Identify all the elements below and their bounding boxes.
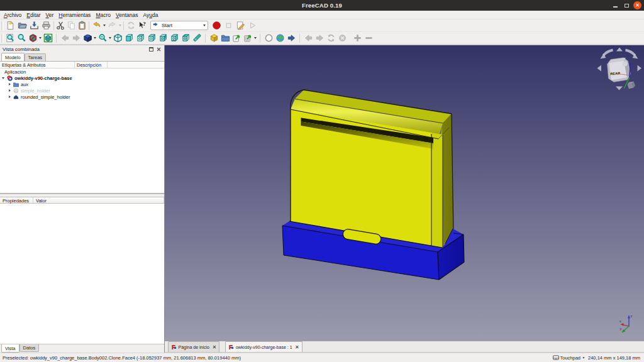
restore-button[interactable] [622,1,631,10]
cut-button[interactable] [55,20,66,31]
front-view-button[interactable] [123,33,135,44]
measure-button[interactable] [191,33,203,44]
property-header-value[interactable]: Valor [33,197,164,203]
panel-tab-modelo[interactable]: Modelo [1,53,25,61]
zoom-teal-icon [98,33,108,43]
paste-button[interactable] [77,20,87,31]
workbench-selector[interactable]: Start [150,21,208,30]
rear-view-button[interactable] [157,33,169,44]
home-view-button[interactable] [112,33,123,44]
document-tab-owkiddy-v90-charge-base-1[interactable]: owkiddy-v90-charge-base : 1✕ [225,341,303,352]
property-tab-vista[interactable]: Vista [1,344,19,353]
navcube-face-label[interactable]: REAR [610,71,620,75]
right-view-button[interactable] [146,33,157,44]
menu-ver[interactable]: Ver [43,12,57,18]
menu-ventanas[interactable]: Ventanas [113,12,140,18]
panel-float-icon[interactable] [148,47,154,52]
draw-style-button-dropdown[interactable] [38,33,42,44]
fit-all-button[interactable] [4,33,16,44]
make-link-button[interactable] [231,33,242,44]
tree-header-description[interactable]: Descripción [75,62,108,68]
make-link-group-button[interactable] [242,33,253,44]
tree-item-simple-holder[interactable]: simple_holder [0,87,164,94]
draw-style-button[interactable] [27,33,38,44]
toolbar-separator [123,21,124,30]
zoom-button[interactable] [97,33,108,44]
shape-gray-icon [13,88,19,94]
expander-right-icon[interactable] [9,96,11,98]
new-document-button[interactable] [4,20,16,31]
selection-view-button[interactable] [42,33,53,44]
property-header-name[interactable]: Propiedades [0,197,33,203]
expander-right-icon[interactable] [9,83,11,85]
navcube-down-arrow[interactable] [616,87,623,90]
undo-button[interactable] [91,20,103,31]
model-charge-base[interactable] [282,90,464,280]
tree-item-aux[interactable]: aux [0,82,164,88]
refresh-button [125,20,136,31]
menu-herramientas[interactable]: Herramientas [56,12,93,18]
menu-macro[interactable]: Macro [93,12,113,18]
axonometric-view-button[interactable] [82,33,93,44]
freecad-logo-icon [171,344,177,350]
redo-button [106,20,118,31]
web-stop-button[interactable] [263,33,274,44]
toolbar-handle[interactable] [1,34,4,43]
tree-item-owkiddy-v90-charge-base[interactable]: owkiddy-v90-charge-base [0,75,164,82]
slab-right-strip[interactable] [431,133,443,248]
menu-archivo[interactable]: Archivo [1,12,24,18]
property-editor [0,204,164,344]
tree-item-rounded-simple-holder[interactable]: rounded_simple_holder [0,94,164,100]
make-link-group-button-dropdown[interactable] [253,33,257,44]
navcube-right-arrow[interactable] [638,65,642,72]
menu-ayuda[interactable]: Ayuda [140,12,160,18]
doc-new-icon [6,21,15,30]
tree-header-labels[interactable]: Etiquetas & Atributos [0,62,75,68]
macro-edit-button[interactable] [235,20,247,31]
panel-close-icon[interactable] [156,47,162,52]
zoom-button-dropdown[interactable] [108,33,112,44]
3d-viewport[interactable]: REAR [165,45,644,341]
open-website-button[interactable] [274,33,286,44]
navigation-cube[interactable]: REAR [597,48,642,90]
panel-tab-tareas[interactable]: Tareas [25,53,47,61]
tab-close-icon[interactable]: ✕ [212,344,216,350]
view-forward-button [70,33,82,44]
cube-left-icon [181,33,191,43]
menu-editar[interactable]: Editar [24,12,43,18]
toolbar-handle[interactable] [1,21,4,30]
top-view-button[interactable] [135,33,146,44]
undo-button-dropdown[interactable] [102,20,106,31]
tree-item-aplicaci-n[interactable]: Aplicación [0,69,164,75]
create-group-button[interactable] [219,33,231,44]
expander-right-icon[interactable] [9,89,11,92]
bottom-view-button[interactable] [169,33,180,44]
minimize-button[interactable] [611,1,619,10]
navcube-up-arrow[interactable] [616,48,623,52]
tab-close-icon[interactable]: ✕ [295,344,299,350]
close-button[interactable]: ✕ [633,1,641,9]
navcube-rotate-right-arrow[interactable] [626,50,635,56]
create-part-button[interactable] [208,33,219,44]
navcube-body[interactable]: REAR [608,58,631,89]
workbench-caret [203,25,206,26]
navcube-rotate-left-arrow[interactable] [604,50,613,56]
navcube-mini-cube[interactable] [628,82,636,89]
nav-style-selector[interactable]: Touchpad [553,355,586,361]
whats-this-button[interactable]: ? [136,20,148,31]
fit-selection-button[interactable] [16,33,27,44]
expander-down-icon[interactable] [2,77,4,79]
save-button[interactable] [28,20,40,31]
left-view-button[interactable] [180,33,191,44]
macro-record-button[interactable] [211,20,223,31]
arrow-back-gray-icon [60,33,70,43]
cube-bottom-icon [170,33,179,43]
axonometric-view-button-dropdown[interactable] [92,33,97,44]
arrow-back-gray-icon [304,33,313,43]
document-tab-p-gina-de-inicio[interactable]: Página de inicio✕ [168,341,219,352]
web-forward-button[interactable] [286,33,297,44]
open-button[interactable] [16,20,28,31]
property-tab-datos[interactable]: Datos [19,344,40,352]
print-button[interactable] [40,20,52,31]
navcube-left-arrow[interactable] [597,65,602,72]
